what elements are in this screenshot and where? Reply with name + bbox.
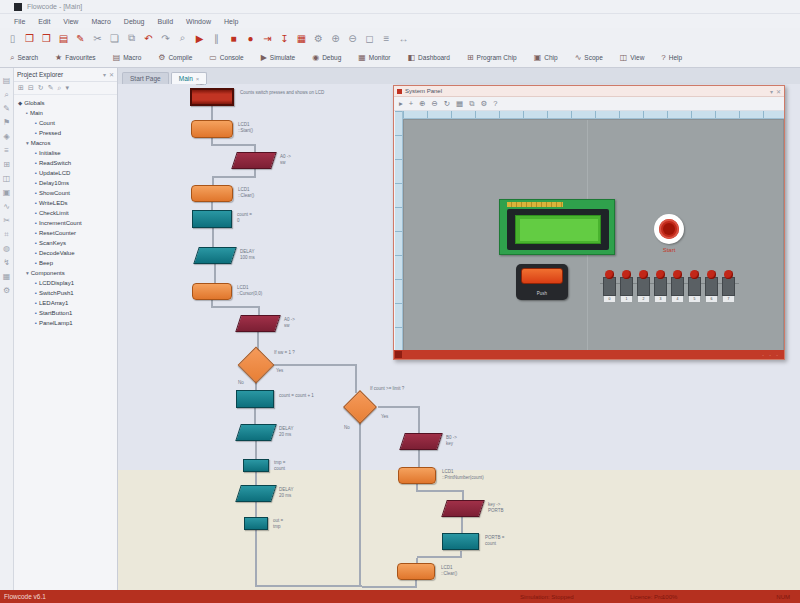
tree-item[interactable]: ▪ ReadSwitch (17, 158, 117, 168)
flow-calculation-node[interactable] (243, 459, 269, 472)
ribbon-button[interactable]: ◉ Debug (308, 51, 345, 64)
toolbar-icon[interactable]: ▦ (295, 31, 308, 45)
panel-tool-icon[interactable]: ? (493, 99, 497, 108)
toolbar-icon[interactable]: ▯ (6, 31, 19, 45)
explorer-tool-icon[interactable]: ⌕ (58, 84, 62, 92)
explorer-tool-icon[interactable]: ↻ (38, 84, 44, 92)
explorer-tool-icon[interactable]: ✎ (48, 84, 54, 92)
flow-call-macro-node[interactable] (191, 120, 233, 138)
led-component[interactable]: 5 (688, 270, 701, 302)
panel-tool-icon[interactable]: ⊕ (419, 99, 425, 108)
menu-item[interactable]: Build (157, 18, 173, 25)
flow-delay-node[interactable] (235, 424, 277, 441)
tree-item[interactable]: ▪ Delay10ms (17, 178, 117, 188)
led-component[interactable]: 6 (705, 270, 718, 302)
flow-call-macro-node[interactable] (398, 467, 436, 484)
panel-minimize-icon[interactable]: ▾ (770, 88, 773, 95)
led-component[interactable]: 7 (722, 270, 735, 302)
panel-close-icon[interactable]: ✕ (776, 88, 781, 95)
menu-item[interactable]: Debug (124, 18, 145, 25)
ribbon-button[interactable]: ▭ Console (205, 51, 247, 64)
flow-call-macro-node[interactable] (191, 185, 233, 202)
flow-begin-node[interactable] (190, 88, 234, 106)
toolbar-icon[interactable]: ✂ (91, 31, 104, 45)
led-component[interactable]: 1 (620, 270, 633, 302)
simulation-canvas[interactable]: Start Push 0 1 (403, 119, 784, 351)
tree-item[interactable]: ▪ IncrementCount (17, 218, 117, 228)
menu-item[interactable]: File (14, 18, 25, 25)
side-strip-icon[interactable]: ✎ (3, 104, 10, 113)
tree-item[interactable]: ▪ LEDArray1 (17, 298, 117, 308)
toolbar-icon[interactable]: ■ (227, 31, 240, 45)
panel-tool-icon[interactable]: ▸ (399, 99, 403, 108)
flow-decision-node[interactable] (238, 347, 275, 384)
explorer-tool-icon[interactable]: ▾ (65, 84, 69, 92)
panel-pin-icon[interactable]: ▾ (103, 71, 106, 78)
ribbon-button[interactable]: ▤ Macro (109, 51, 146, 64)
ribbon-button[interactable]: ⚙ Compile (154, 51, 196, 64)
toolbar-icon[interactable]: ≡ (380, 31, 393, 45)
toolbar-icon[interactable]: ▤ (57, 31, 70, 45)
panel-tool-icon[interactable]: ⊖ (431, 99, 437, 108)
toolbar-icon[interactable]: ▶ (193, 31, 206, 45)
side-strip-icon[interactable]: ∿ (3, 202, 10, 211)
ribbon-button[interactable]: ★ Favourites (51, 51, 100, 64)
tree-item[interactable]: ▪ SwitchPush1 (17, 288, 117, 298)
toolbar-icon[interactable]: ❐ (23, 31, 36, 45)
tree-item[interactable]: ▪ ScanKeys (17, 238, 117, 248)
ribbon-button[interactable]: ⌕ Search (6, 51, 42, 65)
toolbar-icon[interactable]: ⊕ (329, 31, 342, 45)
side-strip-icon[interactable]: ◍ (3, 244, 10, 253)
push-switch-button[interactable] (521, 268, 563, 284)
ribbon-button[interactable]: ? Help (657, 51, 686, 64)
tab-main[interactable]: Main × (171, 72, 208, 84)
tree-item[interactable]: ▪ Initialise (17, 148, 117, 158)
explorer-tool-icon[interactable]: ⊞ (18, 84, 24, 92)
tab-close-icon[interactable]: × (196, 76, 200, 82)
flow-calculation-node[interactable] (244, 517, 268, 530)
panel-close-icon[interactable]: ✕ (109, 71, 114, 78)
ribbon-button[interactable]: ▣ Chip (530, 51, 562, 64)
menu-item[interactable]: Window (186, 18, 211, 25)
side-strip-icon[interactable]: ▣ (3, 188, 11, 197)
ribbon-button[interactable]: ◧ Dashboard (404, 51, 454, 64)
toolbar-icon[interactable]: ↔ (397, 31, 410, 45)
flow-input-node[interactable] (235, 315, 281, 332)
flow-output-node[interactable] (441, 500, 485, 517)
flow-delay-node[interactable] (193, 247, 237, 264)
led-component[interactable]: 0 (603, 270, 616, 302)
system-panel-window[interactable]: System Panel ▾ ✕ ▸+⊕⊖↻▦⧉⚙? Start Push (393, 85, 785, 360)
menu-item[interactable]: Edit (38, 18, 50, 25)
flow-input-node[interactable] (399, 433, 443, 450)
flow-calculation-node[interactable] (442, 533, 479, 550)
ribbon-button[interactable]: ⊞ Program Chip (463, 51, 521, 64)
toolbar-icon[interactable]: ⚙ (312, 31, 325, 45)
panel-tool-icon[interactable]: ▦ (456, 99, 463, 108)
menu-item[interactable]: Help (224, 18, 238, 25)
tree-item[interactable]: ▪ ShowCount (17, 188, 117, 198)
side-strip-icon[interactable]: ◈ (3, 132, 9, 141)
led-component[interactable]: 3 (654, 270, 667, 302)
tree-item[interactable]: ▾ Components (17, 268, 117, 278)
toolbar-icon[interactable]: ❏ (108, 31, 121, 45)
flow-calculation-node[interactable] (236, 390, 274, 408)
panel-bottom-icon[interactable] (395, 351, 402, 358)
toolbar-icon[interactable]: ❒ (40, 31, 53, 45)
toolbar-icon[interactable]: ◻ (363, 31, 376, 45)
panel-tool-icon[interactable]: ⚙ (481, 99, 488, 108)
side-strip-icon[interactable]: ▤ (3, 76, 11, 85)
flow-input-node[interactable] (231, 152, 277, 169)
toolbar-icon[interactable]: ⧉ (125, 31, 138, 45)
side-strip-icon[interactable]: ⚙ (3, 286, 10, 295)
toolbar-icon[interactable]: ● (244, 31, 257, 45)
panel-tool-icon[interactable]: + (409, 99, 413, 108)
side-strip-icon[interactable]: ⚑ (3, 118, 10, 127)
flow-delay-node[interactable] (235, 485, 277, 502)
toolbar-icon[interactable]: ↧ (278, 31, 291, 45)
tree-item[interactable]: ▪ UpdateLCD (17, 168, 117, 178)
ribbon-button[interactable]: ∿ Scope (571, 51, 607, 64)
menu-item[interactable]: Macro (91, 18, 110, 25)
flow-calculation-node[interactable] (192, 210, 232, 228)
tree-item[interactable]: ▪ StartButton1 (17, 308, 117, 318)
led-component[interactable]: 4 (671, 270, 684, 302)
